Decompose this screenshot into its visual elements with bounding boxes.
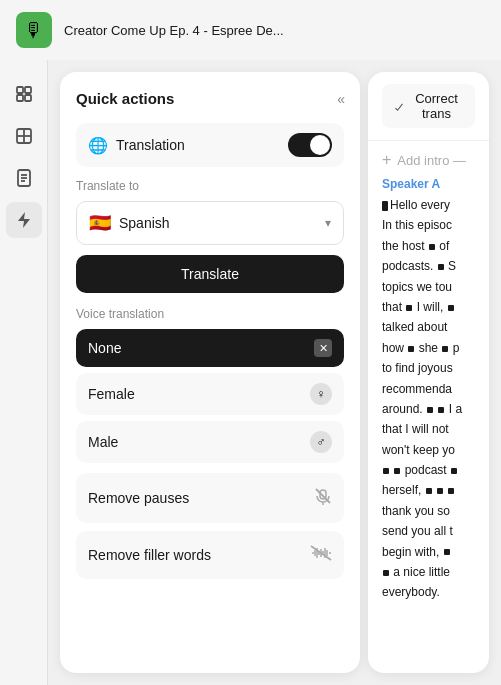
translation-icon: 🌐 [88,136,108,155]
translation-toggle[interactable] [288,133,332,157]
transcript-body[interactable]: + Add intro — Speaker A Hello every In t… [368,141,489,673]
svg-line-14 [316,489,330,503]
flag-icon: 🇪🇸 [89,212,111,234]
svg-rect-3 [25,95,31,101]
translation-row: 🌐 Translation [76,123,344,167]
chevron-down-icon: ▾ [325,216,331,230]
qa-collapse-button[interactable]: « [337,91,344,107]
titlebar-title: Creator Come Up Ep. 4 - Espree De... [64,23,284,38]
mute-icon [314,487,332,509]
voice-none-clear-icon[interactable]: ✕ [314,339,332,357]
transcript-text: Hello every In this episoc the host of p… [382,195,475,603]
layers-icon[interactable] [6,76,42,112]
svg-rect-0 [17,87,23,93]
correct-trans-label: Correct trans [410,91,463,121]
language-selector[interactable]: 🇪🇸 Spanish ▾ [76,201,344,245]
voice-female-label: Female [88,386,135,402]
remove-pauses-label: Remove pauses [88,490,189,506]
translate-to-label: Translate to [76,179,344,193]
qa-header: Quick actions « [76,90,344,107]
quick-actions-panel: Quick actions « 🌐 Translation Translate … [60,72,360,673]
waveform-mute-icon [310,545,332,565]
svg-rect-1 [25,87,31,93]
add-intro-label: Add intro — [397,153,466,168]
remove-filler-words-label: Remove filler words [88,547,211,563]
remove-pauses-row[interactable]: Remove pauses [76,473,344,523]
document-icon[interactable] [6,160,42,196]
qa-title: Quick actions [76,90,174,107]
voice-option-none[interactable]: None ✕ [76,329,344,367]
left-sidebar [0,60,48,685]
app-icon: 🎙 [16,12,52,48]
grid-icon[interactable] [6,118,42,154]
add-intro-row[interactable]: + Add intro — [382,151,475,169]
svg-marker-11 [18,212,30,228]
lightning-icon[interactable] [6,202,42,238]
titlebar: 🎙 Creator Come Up Ep. 4 - Espree De... [0,0,501,60]
translation-label-group: 🌐 Translation [88,136,185,155]
language-name: Spanish [119,215,170,231]
translation-label: Translation [116,137,185,153]
voice-option-male[interactable]: Male ♂ [76,421,344,463]
transcript-panel: Correct trans + Add intro — Speaker A He… [368,72,489,673]
svg-rect-2 [17,95,23,101]
female-icon: ♀ [310,383,332,405]
male-icon: ♂ [310,431,332,453]
speaker-label: Speaker A [382,177,475,191]
correct-trans-button[interactable]: Correct trans [382,84,475,128]
remove-filler-words-row[interactable]: Remove filler words [76,531,344,579]
language-left: 🇪🇸 Spanish [89,212,170,234]
voice-male-label: Male [88,434,118,450]
transcript-header: Correct trans [368,72,489,141]
voice-section-label: Voice translation [76,307,344,321]
translate-button[interactable]: Translate [76,255,344,293]
toggle-knob [310,135,330,155]
main-layout: Quick actions « 🌐 Translation Translate … [0,60,501,685]
voice-none-label: None [88,340,121,356]
voice-option-female[interactable]: Female ♀ [76,373,344,415]
add-intro-plus-icon: + [382,151,391,169]
